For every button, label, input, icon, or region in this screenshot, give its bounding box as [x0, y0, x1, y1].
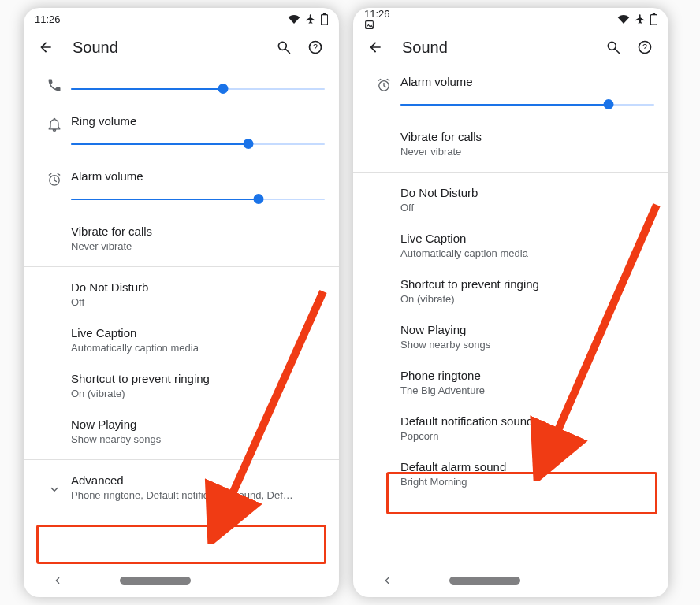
dnd-sub: Off — [71, 295, 325, 310]
svg-line-12 — [616, 50, 620, 54]
ring-volume-label: Ring volume — [71, 113, 325, 129]
alarm-volume-row[interactable]: Alarm volume — [24, 161, 339, 216]
caption-sub: Automatically caption media — [71, 341, 325, 355]
svg-point-2 — [278, 42, 286, 50]
nav-home-pill[interactable] — [449, 577, 520, 585]
notif-sub: Popcorn — [400, 429, 654, 444]
settings-list: Ring volume Alarm volume — [24, 66, 339, 564]
status-time: 11:26 — [364, 8, 390, 20]
alarm-volume-slider[interactable] — [71, 194, 325, 205]
airplane-icon — [305, 13, 316, 24]
dnd-label: Do Not Disturb — [71, 280, 325, 295]
vibrate-sub: Never vibrate — [400, 145, 654, 159]
advanced-sub: Phone ringtone, Default notification sou… — [71, 488, 325, 503]
ring-volume-row[interactable]: Ring volume — [24, 106, 339, 161]
ring-volume-slider[interactable] — [71, 139, 325, 150]
back-button[interactable] — [35, 36, 57, 58]
now-playing-row[interactable]: Now Playing Show nearby songs — [24, 409, 339, 455]
alarmsnd-label: Default alarm sound — [400, 459, 654, 475]
app-bar: Sound ? — [353, 28, 668, 66]
caption-label: Live Caption — [71, 325, 325, 341]
nav-back-button[interactable] — [382, 575, 393, 586]
live-caption-row[interactable]: Live Caption Automatically caption media — [353, 223, 668, 269]
airplane-icon — [635, 13, 646, 24]
dnd-row[interactable]: Do Not Disturb Off — [353, 177, 668, 223]
alarmsnd-sub: Bright Morning — [400, 475, 654, 489]
svg-rect-0 — [321, 14, 327, 24]
shortcut-sub: On (vibrate) — [71, 387, 325, 401]
advanced-row[interactable]: Advanced Phone ringtone, Default notific… — [24, 465, 339, 510]
wifi-icon — [288, 14, 300, 24]
nowplaying-label: Now Playing — [400, 322, 654, 338]
phone-icon — [38, 74, 71, 93]
vibrate-label: Vibrate for calls — [71, 224, 325, 239]
svg-rect-10 — [653, 13, 655, 15]
notif-label: Default notification sound — [400, 414, 654, 429]
media-volume-slider[interactable] — [71, 84, 325, 95]
svg-point-11 — [608, 42, 616, 50]
alarm-icon — [367, 74, 400, 93]
live-caption-row[interactable]: Live Caption Automatically caption media — [24, 317, 339, 363]
nav-bar — [353, 564, 668, 597]
dnd-label: Do Not Disturb — [400, 185, 654, 201]
battery-icon — [321, 13, 328, 25]
divider — [353, 172, 668, 173]
page-title: Sound — [402, 39, 594, 57]
caption-sub: Automatically caption media — [400, 247, 654, 261]
shortcut-label: Shortcut to prevent ringing — [400, 277, 654, 292]
status-bar: 11:26 — [353, 8, 668, 28]
nav-back-button[interactable] — [52, 575, 63, 586]
shortcut-label: Shortcut to prevent ringing — [71, 371, 325, 387]
default-notification-sound-row[interactable]: Default notification sound Popcorn — [353, 406, 668, 451]
media-volume-row[interactable] — [24, 66, 339, 106]
divider — [24, 459, 339, 460]
app-bar: Sound ? — [24, 28, 339, 66]
picture-icon — [364, 20, 395, 30]
dnd-sub: Off — [400, 201, 654, 215]
shortcut-row[interactable]: Shortcut to prevent ringing On (vibrate) — [24, 363, 339, 409]
default-alarm-sound-row[interactable]: Default alarm sound Bright Morning — [353, 451, 668, 497]
status-bar: 11:26 — [24, 8, 339, 28]
back-button[interactable] — [364, 36, 386, 58]
phone-left: 11:26 Sound ? — [24, 8, 339, 597]
wifi-icon — [617, 14, 630, 24]
svg-rect-9 — [650, 14, 657, 24]
caption-label: Live Caption — [400, 231, 654, 247]
help-button[interactable]: ? — [632, 35, 657, 60]
alarm-volume-label: Alarm volume — [71, 169, 325, 184]
alarm-volume-label: Alarm volume — [400, 74, 654, 90]
advanced-label: Advanced — [71, 473, 325, 488]
page-title: Sound — [73, 39, 265, 57]
settings-list: Alarm volume Vibrate for calls Never vib… — [353, 66, 668, 564]
nav-bar — [24, 564, 339, 597]
battery-icon — [650, 13, 657, 25]
status-time: 11:26 — [35, 13, 61, 25]
phone-right: 11:26 Sound — [353, 8, 668, 597]
svg-line-3 — [286, 50, 290, 54]
search-button[interactable] — [271, 35, 296, 60]
svg-text:?: ? — [313, 43, 318, 52]
nowplaying-sub: Show nearby songs — [400, 338, 654, 352]
divider — [24, 266, 339, 267]
svg-rect-1 — [323, 13, 326, 15]
search-button[interactable] — [601, 35, 626, 60]
help-button[interactable]: ? — [303, 35, 328, 60]
chevron-down-icon — [38, 479, 71, 496]
svg-text:?: ? — [642, 43, 647, 52]
vibrate-label: Vibrate for calls — [400, 129, 654, 145]
ringtone-label: Phone ringtone — [400, 368, 654, 384]
dnd-row[interactable]: Do Not Disturb Off — [24, 272, 339, 317]
nowplaying-sub: Show nearby songs — [71, 432, 325, 447]
now-playing-row[interactable]: Now Playing Show nearby songs — [353, 314, 668, 360]
ringtone-sub: The Big Adventure — [400, 384, 654, 398]
alarm-volume-row[interactable]: Alarm volume — [353, 66, 668, 121]
shortcut-row[interactable]: Shortcut to prevent ringing On (vibrate) — [353, 269, 668, 314]
nav-home-pill[interactable] — [120, 577, 191, 585]
vibrate-sub: Never vibrate — [71, 239, 325, 254]
vibrate-for-calls-row[interactable]: Vibrate for calls Never vibrate — [353, 121, 668, 167]
nowplaying-label: Now Playing — [71, 417, 325, 432]
vibrate-for-calls-row[interactable]: Vibrate for calls Never vibrate — [24, 216, 339, 262]
alarm-volume-slider[interactable] — [400, 99, 654, 110]
phone-ringtone-row[interactable]: Phone ringtone The Big Adventure — [353, 360, 668, 406]
shortcut-sub: On (vibrate) — [400, 292, 654, 306]
